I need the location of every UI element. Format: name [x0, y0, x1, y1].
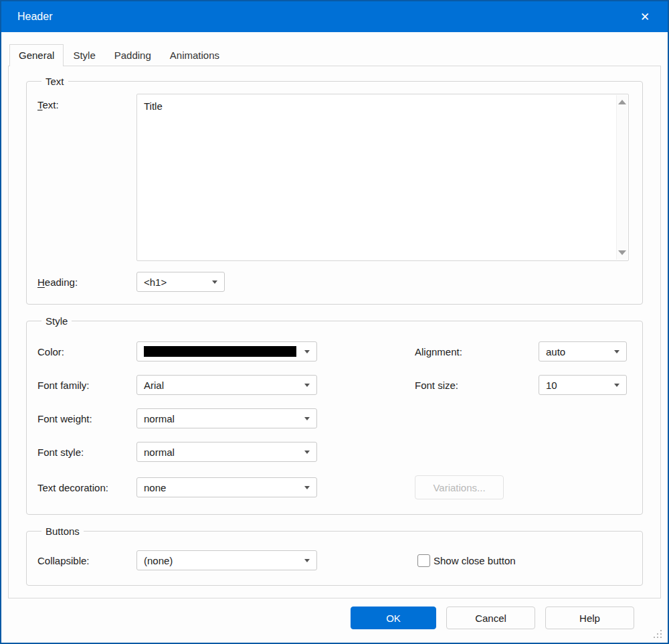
footer: OK Cancel Help — [1, 598, 668, 643]
resize-grip[interactable] — [654, 630, 662, 639]
collapsible-select[interactable]: (none) — [136, 550, 317, 570]
font-style-select-value: normal — [144, 447, 175, 458]
font-size-select[interactable]: 10 — [539, 375, 627, 395]
window-title: Header — [17, 11, 52, 23]
dropdown-caret-icon — [614, 350, 619, 353]
font-weight-select-value: normal — [144, 413, 175, 424]
dropdown-caret-icon — [614, 384, 619, 387]
font-family-label: Font family: — [37, 380, 136, 391]
font-size-label: Font size: — [415, 380, 539, 391]
font-style-select[interactable]: normal — [136, 442, 317, 462]
font-weight-select[interactable]: normal — [136, 408, 317, 428]
dropdown-caret-icon — [212, 280, 217, 284]
dropdown-caret-icon — [304, 486, 310, 489]
close-icon: ✕ — [640, 10, 650, 24]
tab-animations[interactable]: Animations — [161, 44, 229, 66]
heading-select[interactable]: <h1> — [136, 272, 225, 292]
font-weight-label: Font weight: — [37, 413, 136, 424]
dropdown-caret-icon — [304, 384, 310, 387]
close-button[interactable]: ✕ — [636, 7, 654, 26]
dropdown-caret-icon — [304, 417, 310, 420]
heading-select-value: <h1> — [144, 276, 167, 288]
text-input[interactable]: Title — [137, 94, 628, 260]
collapsible-label: Collapsible: — [37, 555, 136, 566]
text-decoration-label: Text decoration: — [37, 482, 136, 493]
dropdown-caret-icon — [304, 451, 310, 454]
scroll-up-icon[interactable] — [618, 100, 626, 104]
dropdown-caret-icon — [304, 559, 310, 562]
text-inputbox: Title — [136, 94, 629, 261]
alignment-select[interactable]: auto — [539, 341, 627, 361]
help-button[interactable]: Help — [545, 607, 634, 629]
color-label: Color: — [37, 346, 136, 357]
header-dialog: Header ✕ General Style Padding Animation… — [0, 0, 669, 644]
text-decoration-select-value: none — [144, 482, 166, 493]
dropdown-caret-icon — [304, 350, 310, 353]
heading-label: Heading: — [37, 276, 136, 288]
show-close-checkbox[interactable] — [417, 554, 430, 567]
text-decoration-select[interactable]: none — [136, 477, 317, 497]
alignment-label: Alignment: — [415, 346, 539, 357]
show-close-label: Show close button — [434, 555, 516, 566]
ok-button[interactable]: OK — [351, 607, 436, 629]
text-group: Text Text: Title Heading: <h1> — [26, 76, 643, 305]
buttons-group-legend: Buttons — [41, 526, 84, 537]
font-size-select-value: 10 — [546, 380, 557, 391]
text-label: Text: — [37, 94, 136, 261]
text-group-legend: Text — [41, 76, 68, 87]
variations-button[interactable]: Variations... — [415, 475, 504, 499]
tabstrip: General Style Padding Animations — [9, 44, 229, 66]
tab-style[interactable]: Style — [64, 44, 104, 66]
font-style-label: Font style: — [37, 447, 136, 458]
tab-general[interactable]: General — [9, 44, 64, 66]
alignment-select-value: auto — [546, 346, 565, 357]
style-group-legend: Style — [41, 315, 72, 327]
style-group: Style Color: Alignment: auto — [26, 315, 643, 515]
tab-panel-general: Text Text: Title Heading: <h1> — [8, 66, 661, 598]
buttons-group: Buttons Collapsible: (none) Show close b… — [26, 526, 643, 586]
scroll-down-icon[interactable] — [618, 250, 626, 255]
tab-padding[interactable]: Padding — [105, 44, 161, 66]
cancel-button[interactable]: Cancel — [446, 607, 535, 629]
color-swatch — [144, 346, 296, 357]
collapsible-select-value: (none) — [144, 555, 173, 566]
font-family-select-value: Arial — [144, 380, 164, 391]
titlebar: Header ✕ — [1, 1, 668, 32]
textarea-scrollbar[interactable] — [616, 95, 628, 260]
font-family-select[interactable]: Arial — [136, 375, 317, 395]
color-select[interactable] — [136, 341, 317, 361]
